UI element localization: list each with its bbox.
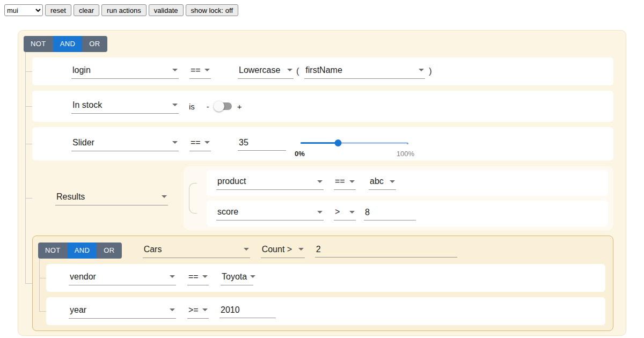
dropdown-arrow-icon [419,69,424,71]
dropdown-arrow-icon [298,248,304,251]
root-conjunction-group: NOT AND OR [24,36,107,52]
results-children: product == abc [184,166,613,230]
show-lock-button[interactable]: show lock: off [186,4,239,16]
cars-group-header: NOT AND OR Cars Count > [38,243,605,259]
rule-score: score > [207,201,608,226]
dropdown-arrow-icon [250,275,255,278]
year-field-select[interactable]: year [69,304,176,319]
vendor-operator-select[interactable]: == [187,271,209,285]
slider-min-label: 0% [295,150,305,158]
cars-children: vendor == Toyota [46,264,605,325]
product-operator-select[interactable]: == [334,175,356,190]
slider-max-label: 100% [397,150,414,158]
year-operator-select[interactable]: >= [187,304,209,319]
rule-year: year >= [46,297,605,325]
conj-not-button[interactable]: NOT [24,36,53,52]
clear-button[interactable]: clear [74,4,99,16]
is-operator-label: is [189,102,195,111]
dropdown-arrow-icon [172,69,178,71]
rule-slider: Slider == 0% 100% [32,127,613,160]
vendor-field-select[interactable]: vendor [69,271,176,285]
vendor-field-value: vendor [70,272,96,282]
year-field-value: year [70,305,86,315]
rule-in-stock: In stock is - + [32,91,613,122]
cars-field-select[interactable]: Cars [143,244,250,258]
validate-button[interactable]: validate [149,4,184,16]
slider-end-mark [407,143,408,144]
slider-labels: 0% 100% [295,150,414,158]
product-field-select[interactable]: product [216,175,324,190]
dropdown-arrow-icon [204,69,210,71]
product-operator-value: == [335,177,345,186]
results-field-value: Results [56,192,85,202]
in-stock-switch[interactable] [214,101,233,112]
dropdown-arrow-icon [244,248,249,251]
cars-conj-and-button[interactable]: AND [68,243,97,259]
product-value-select[interactable]: abc [369,175,396,190]
vendor-operator-value: == [188,272,199,282]
rule-product: product == abc [207,170,608,196]
year-operator-value: >= [188,305,199,315]
func-arg-field-select[interactable]: firstName [304,64,425,79]
dropdown-arrow-icon [317,211,323,214]
slider-thumb[interactable] [335,139,342,146]
paren-open: ( [296,67,299,76]
cars-count-value-input[interactable] [315,244,457,258]
dropdown-arrow-icon [172,104,178,106]
func-select[interactable]: Lowercase [238,64,294,79]
switch-minus-label: - [207,102,209,111]
vendor-value-select[interactable]: Toyota [221,271,253,285]
login-operator-value: == [191,65,201,75]
year-value-input[interactable] [219,304,276,318]
dropdown-arrow-icon [287,69,292,71]
results-field-select[interactable]: Results [55,191,168,205]
conj-and-button[interactable]: AND [53,36,83,52]
dropdown-arrow-icon [317,180,323,183]
switch-plus-label: + [237,102,242,111]
cars-count-operator-select[interactable]: Count > [261,244,305,258]
login-field-value: login [72,65,91,75]
score-operator-value: > [335,207,340,217]
in-stock-field-select[interactable]: In stock [71,99,179,114]
run-actions-button[interactable]: run actions [101,4,147,16]
score-operator-select[interactable]: > [334,206,356,221]
product-value: abc [370,177,384,186]
slider-operator-select[interactable]: == [189,137,211,151]
cars-field-value: Cars [144,245,162,254]
slider-widget[interactable]: 0% 100% [301,132,408,156]
func-arg-value: firstName [305,65,342,75]
cars-conj-not-button[interactable]: NOT [38,243,68,259]
score-field-value: score [217,207,238,217]
toolbar: mui reset clear run actions validate sho… [0,0,644,16]
switch-thumb [214,101,224,112]
login-field-select[interactable]: login [71,64,179,79]
rule-login: login == Lowercase ( firstName ) [32,57,613,85]
cars-count-operator-value: Count > [262,245,292,254]
dropdown-arrow-icon [349,211,355,214]
dropdown-arrow-icon [390,180,395,183]
in-stock-field-value: In stock [72,100,102,110]
score-field-select[interactable]: score [216,206,324,221]
paren-close: ) [429,67,431,76]
root-children: login == Lowercase ( firstName ) [32,57,613,331]
product-field-value: product [217,177,246,186]
conj-or-button[interactable]: OR [82,36,107,52]
dropdown-arrow-icon [204,141,210,144]
dropdown-arrow-icon [349,180,355,183]
dropdown-arrow-icon [162,195,167,198]
reset-button[interactable]: reset [45,4,71,16]
slider-field-value: Slider [72,138,94,148]
rule-vendor: vendor == Toyota [46,264,605,292]
slider-operator-value: == [191,138,201,148]
login-operator-select[interactable]: == [189,64,211,79]
dropdown-arrow-icon [202,275,208,278]
slider-value-input[interactable] [238,137,286,151]
vendor-value: Toyota [222,272,247,282]
slider-field-select[interactable]: Slider [71,137,179,151]
dropdown-arrow-icon [170,308,175,311]
cars-group: NOT AND OR Cars Count > [32,236,613,331]
dropdown-arrow-icon [170,275,175,278]
score-value-input[interactable] [364,207,416,221]
theme-select[interactable]: mui [4,4,43,16]
cars-conj-or-button[interactable]: OR [97,243,121,259]
